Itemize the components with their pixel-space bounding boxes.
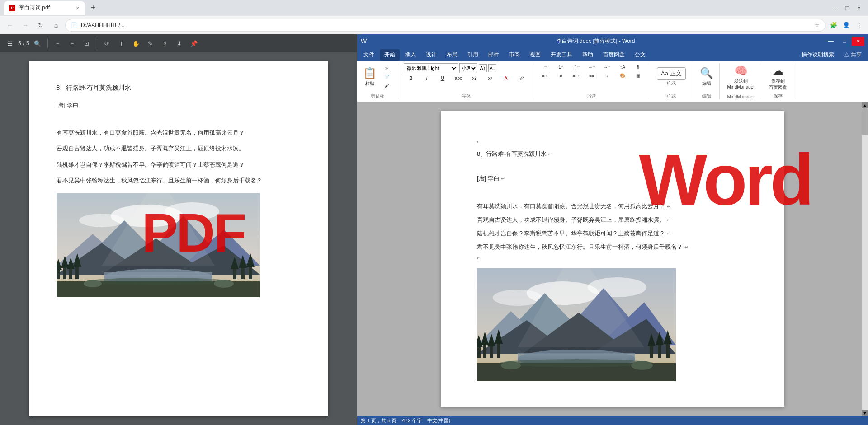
text-color-button[interactable]: A [499, 75, 513, 82]
forward-button[interactable]: → [19, 19, 32, 32]
align-left-button[interactable]: ≡← [538, 72, 553, 79]
pdf-text-select[interactable]: T [115, 37, 128, 50]
numbered-list-button[interactable]: 1≡ [554, 63, 568, 71]
home-button[interactable]: ⌂ [50, 19, 62, 32]
justify-button[interactable]: ≡≡ [585, 72, 599, 79]
font-family-select[interactable]: 微软雅黑 Light [404, 63, 458, 73]
cut-button[interactable]: ✂ [380, 65, 394, 72]
scroll-thumb[interactable] [862, 108, 868, 135]
menu-share[interactable]: △ 共享 [840, 49, 866, 61]
decrease-indent-button[interactable]: ←≡ [585, 63, 599, 71]
menu-help[interactable]: 帮助 [578, 49, 598, 61]
styles-button[interactable]: Aa 正文 样式 [655, 63, 688, 90]
profile-icon[interactable]: 👤 [841, 20, 852, 31]
word-minimize-button[interactable]: — [825, 37, 837, 46]
borders-button[interactable]: ▦ [631, 72, 645, 79]
new-tab-button[interactable]: + [87, 2, 99, 14]
menu-home[interactable]: 开始 [380, 49, 400, 61]
pdf-annotate[interactable]: ✎ [144, 37, 157, 50]
superscript-button[interactable]: x² [483, 75, 497, 82]
save-baidu-button[interactable]: ☁ 保存到百度网盘 [767, 63, 789, 92]
increase-indent-button[interactable]: →≡ [600, 63, 614, 71]
active-tab[interactable]: P 李白诗词.pdf × [4, 1, 85, 15]
refresh-button[interactable]: ↻ [34, 19, 47, 32]
pdf-pin[interactable]: 📌 [188, 37, 200, 50]
menu-layout[interactable]: 布局 [442, 49, 462, 61]
pdf-search-button[interactable]: 🔍 [31, 37, 44, 50]
menu-developer[interactable]: 开发工具 [546, 49, 577, 61]
line-spacing-button[interactable]: ↕ [600, 72, 614, 79]
pdf-hand-tool[interactable]: ✋ [130, 37, 142, 50]
scroll-down-button[interactable]: ▼ [862, 410, 868, 416]
mindmanager-button[interactable]: 🧠 发送到MindManager [725, 63, 757, 91]
menu-mailings[interactable]: 邮件 [484, 49, 504, 61]
svg-point-60 [500, 359, 653, 367]
word-restore-button[interactable]: □ [838, 37, 851, 46]
subscript-button[interactable]: x₂ [467, 75, 481, 82]
font-group: 微软雅黑 Light 小四 A↑ A↓ B I U abc x₂ [404, 63, 533, 99]
pdf-print[interactable]: 🖨 [159, 37, 171, 50]
menu-baidu[interactable]: 百度网盘 [599, 49, 629, 61]
show-marks-button[interactable]: ¶ [631, 63, 645, 71]
pdf-zoom-out[interactable]: － [52, 37, 64, 50]
bullet-list-button[interactable]: ≡ [538, 63, 553, 71]
pdf-fit-page[interactable]: ⊡ [80, 37, 93, 50]
pdf-sidebar-toggle[interactable]: ☰ [4, 37, 16, 50]
strikethrough-button[interactable]: abc [451, 75, 466, 82]
align-center-button[interactable]: ≡ [554, 72, 568, 79]
word-app-icon: W [361, 37, 367, 45]
menu-design[interactable]: 设计 [421, 49, 441, 61]
pdf-download[interactable]: ⬇ [173, 37, 186, 50]
author-para-mark: ↵ [501, 176, 505, 181]
tab-close-button[interactable]: × [76, 5, 80, 12]
pdf-zoom-in[interactable]: ＋ [66, 37, 79, 50]
editing-button[interactable]: 🔍 编辑 [698, 63, 716, 90]
increase-font-button[interactable]: A↑ [479, 64, 487, 72]
extensions-icon[interactable]: 🧩 [828, 20, 839, 31]
pdf-viewer: ☰ 5 / 5 🔍 － ＋ ⊡ ⟳ T ✋ ✎ 🖨 ⬇ 📌 PDF 8、行路难· [0, 34, 357, 425]
bold-button[interactable]: B [404, 75, 418, 82]
line4-para-mark: ↵ [684, 244, 689, 250]
close-window-button[interactable]: × [854, 3, 864, 14]
cut-icon: ✂ [385, 66, 389, 71]
clipboard-buttons: 📋 粘贴 ✂ 📄 🖌 [361, 63, 394, 90]
menu-insert[interactable]: 插入 [401, 49, 420, 61]
pdf-rotate[interactable]: ⟳ [101, 37, 113, 50]
underline-button[interactable]: U [435, 75, 450, 82]
menu-search[interactable]: 操作说明搜索 [797, 49, 839, 61]
paste-button[interactable]: 📋 粘贴 [361, 63, 379, 90]
nav-action-icons: 🧩 👤 ⋮ [828, 20, 864, 31]
back-button[interactable]: ← [4, 19, 16, 32]
font-size-select[interactable]: 小四 [459, 63, 477, 73]
more-icon[interactable]: ⋮ [854, 20, 864, 31]
align-right-button[interactable]: ≡→ [569, 72, 584, 79]
menu-gongwen[interactable]: 公文 [630, 49, 650, 61]
menu-view[interactable]: 视图 [525, 49, 545, 61]
decrease-font-button[interactable]: A↓ [488, 64, 496, 72]
word-close-button[interactable]: × [852, 37, 864, 46]
bookmark-icon[interactable]: ☆ [815, 22, 820, 28]
italic-button[interactable]: I [420, 75, 434, 82]
svg-point-62 [631, 361, 653, 370]
scroll-up-button[interactable]: ▲ [862, 102, 868, 108]
restore-button[interactable]: □ [842, 3, 853, 14]
pdf-content-area[interactable]: PDF 8、行路难·有耳莫洗颍川水 [唐] 李白 有耳莫洗颍川水，有口莫食首阳蕨… [0, 52, 357, 425]
sort-button[interactable]: ↕A [615, 63, 630, 71]
menu-review[interactable]: 审阅 [505, 49, 524, 61]
word-document-area[interactable]: ▲ ▼ Word ¶ 8、行路难·有耳莫洗颍川水 ↵ [唐] 李白 [357, 102, 868, 416]
styles-group: Aa 正文 样式 样式 [655, 63, 692, 99]
copy-button[interactable]: 📄 [380, 73, 394, 81]
highlight-button[interactable]: 🖊 [514, 75, 529, 82]
styles-label: 样式 [667, 80, 676, 86]
format-painter-button[interactable]: 🖌 [380, 82, 394, 89]
word-title-bar: W 李白诗词.docx [兼容模式] - Word — □ × [357, 34, 868, 48]
word-count: 472 个字 [402, 417, 421, 424]
shading-button[interactable]: 🎨 [615, 72, 630, 79]
menu-file[interactable]: 文件 [359, 49, 379, 61]
minimize-button[interactable]: — [830, 3, 841, 14]
multilevel-list-button[interactable]: ⋮≡ [569, 63, 584, 71]
address-bar[interactable]: 📄 D:/AAHHHHHH/... ☆ [65, 19, 826, 32]
vertical-scrollbar[interactable]: ▲ ▼ [862, 102, 868, 416]
paragraph-group: ≡ 1≡ ⋮≡ ←≡ →≡ ↕A ¶ ≡← ≡ ≡→ ≡≡ ↕ 🎨 ▦ [538, 63, 649, 99]
menu-references[interactable]: 引用 [463, 49, 483, 61]
